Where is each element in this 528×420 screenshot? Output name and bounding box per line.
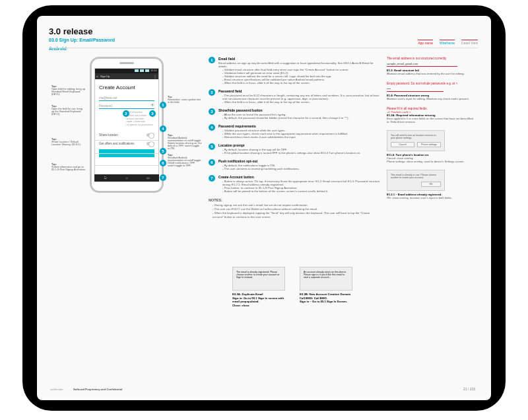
err-body: Cancel: close overlay. Phone settings: c… (387, 157, 475, 163)
hlink-detail[interactable]: Detail View (461, 40, 478, 45)
spec-number: 6 (209, 159, 215, 166)
password-field[interactable]: Password 👁 (99, 103, 154, 109)
err-password: Empty password. Do not include passwords… (387, 82, 475, 100)
overlay-text: You will need to turn on location servic… (391, 134, 441, 139)
err-body: Maintain user's input for editing. Maint… (387, 97, 475, 100)
divider (95, 140, 158, 141)
divider (95, 165, 158, 166)
section-title: 03.0 Sign Up: Email/Password (49, 38, 115, 42)
offers-label: Get offers and notifications (99, 142, 134, 145)
page-title: Create Account (95, 79, 158, 93)
divider (95, 153, 158, 154)
overlay-caption: E3.2B: New Account Creation Domain Call … (300, 293, 352, 304)
spec-title: Push notification opt-out (218, 159, 300, 163)
spec-body: Password requirementsValidate password s… (218, 124, 348, 139)
email-field[interactable]: me@here.net (99, 95, 154, 101)
err-body: OK: close overlay, maintain user's input… (387, 196, 475, 199)
err-head: The email address is not structured corr… (387, 57, 475, 60)
overlay-box: An account already exists on this device… (300, 267, 352, 291)
overlay-box: You will need to turn on location servic… (387, 130, 445, 151)
tip-notif-toggle: Tap:Standard Android representation of o… (168, 153, 202, 167)
hlink-app[interactable]: App name (418, 40, 433, 45)
phone-display: 11:11 < Sign Up ⋮ Create Account me@here… (94, 68, 159, 182)
overlay-dup-email: This email is already in use. Please cho… (387, 170, 475, 199)
spec-bullet: The password must be 8-12 characters in … (222, 94, 380, 100)
err-required: Please fill in all required fields. +1 T… (387, 107, 475, 123)
spec-body: Create Account buttonButton is always ac… (218, 175, 380, 193)
hlink-wire[interactable]: Wireframe (440, 40, 455, 45)
spec-number: 2 (209, 89, 215, 96)
spec-lead: Email address on sign up may be auto-fil… (218, 61, 380, 68)
spec-title: Password field (218, 89, 380, 93)
callout-7: 7 (160, 174, 166, 181)
battery-icon (145, 69, 149, 72)
header-links: App name Wireframe Detail View (418, 40, 478, 45)
back-icon[interactable]: < (96, 75, 98, 79)
overlay-text: This email is already in use. Please cho… (391, 174, 441, 179)
overlay-caption: E3.2A: Duplicate Email Sign in: Go to 05… (232, 293, 285, 307)
nav-back-icon[interactable]: ⮌ (104, 176, 107, 180)
footer-left: subheader (50, 388, 63, 391)
tablet-frame: 3.0 release 03.0 Sign Up: Email/Password… (22, 5, 506, 411)
offers-row: Get offers and notifications (99, 142, 154, 145)
wifi-icon (140, 69, 144, 72)
spec-body: Email fieldEmail address on sign up may … (218, 57, 380, 85)
spec-title: Password requirements (218, 124, 348, 128)
note-item: When the keyboard is deployed, tapping t… (213, 211, 380, 219)
overlay-ok-button[interactable]: OK (421, 182, 441, 187)
overlay-spec-b: An account already exists on this device… (300, 267, 352, 307)
overlay-box: This email is already in use. Please cho… (387, 170, 445, 191)
spec-title: Email field (218, 57, 380, 61)
overlay-settings-button[interactable]: Phone settings (417, 142, 441, 147)
overlay-text: An account already exists on this device… (304, 271, 348, 279)
spec-item: 7Create Account buttonButton is always a… (209, 175, 380, 193)
eye-icon[interactable]: 👁 (150, 103, 154, 107)
nav-home-icon[interactable]: ⌂ (125, 176, 127, 180)
share-location-toggle[interactable] (147, 133, 154, 137)
spec-bullet: By default, the password should be hidde… (222, 116, 349, 120)
phone-mockup: 11:11 < Sign Up ⋮ Create Account me@here… (90, 57, 164, 193)
overlay-specs: The email is already registered. Please … (232, 267, 352, 307)
rule-item: no spaces, no punctuation (125, 123, 154, 127)
document-page: 3.0 release 03.0 Sign Up: Email/Password… (37, 16, 491, 400)
spec-item: 4Password requirementsValidate password … (209, 124, 380, 139)
nav-recent-icon[interactable]: ▭ (147, 176, 150, 180)
email-value: me@here.net (99, 96, 117, 100)
share-location-row: Share location (99, 133, 154, 137)
spec-number: 1 (209, 57, 215, 63)
clock-icon: 11:11 (150, 69, 157, 73)
spec-bullet: Button will be pinned to the bottom of t… (222, 190, 380, 193)
spec-item: 5Location promptBy default, location sha… (209, 143, 380, 155)
offers-toggle[interactable] (147, 142, 154, 145)
overflow-icon[interactable]: ⋮ (153, 74, 157, 79)
action-bar: < Sign Up ⋮ (95, 73, 158, 79)
err-email: The email address is not structured corr… (387, 57, 475, 75)
overlay-text: The email is already registered. Please … (236, 271, 281, 279)
page-number: 21 / 233 (463, 387, 475, 391)
spec-number: 7 (209, 175, 215, 182)
password-placeholder: Password (99, 104, 112, 108)
share-location-label: Share location (99, 133, 118, 137)
err-body: Maintain email address that was entered … (387, 72, 475, 75)
spec-item: 3Show/hide password buttonAllow the user… (209, 108, 380, 120)
release-title: 3.0 release (49, 26, 115, 36)
spec-title: Location prompt (218, 143, 360, 147)
callout-1: 1 (160, 102, 166, 108)
spec-number: 3 (209, 108, 215, 115)
footer-confidential: Softcard Proprietary and Confidential (73, 388, 122, 391)
tip-remember: Tip:Remember: users update text in the f… (168, 95, 202, 104)
spec-body: Location promptBy default, location shar… (218, 143, 360, 155)
actionbar-title: Sign Up (100, 75, 110, 78)
spec-title: Show/hide password button (218, 108, 349, 112)
err-head: Empty password. Do not include passwords… (387, 82, 475, 85)
status-bar: 11:11 (95, 69, 158, 73)
callout-5: 5 (160, 148, 166, 155)
overlay-box: The email is already registered. Please … (232, 267, 285, 291)
overlay-cancel-button[interactable]: Cancel (391, 142, 414, 147)
spec-bullet: When the field is in focus, slide it all… (222, 100, 380, 104)
overlay-spec-a: The email is already registered. Please … (232, 267, 285, 307)
spec-number: 4 (209, 124, 215, 131)
tip-password: Tap:Open the field for use, bring up the… (51, 104, 86, 116)
spec-bullet: Button is always active. On tap, if nece… (222, 180, 380, 186)
notes-heading: NOTES: (209, 198, 380, 202)
